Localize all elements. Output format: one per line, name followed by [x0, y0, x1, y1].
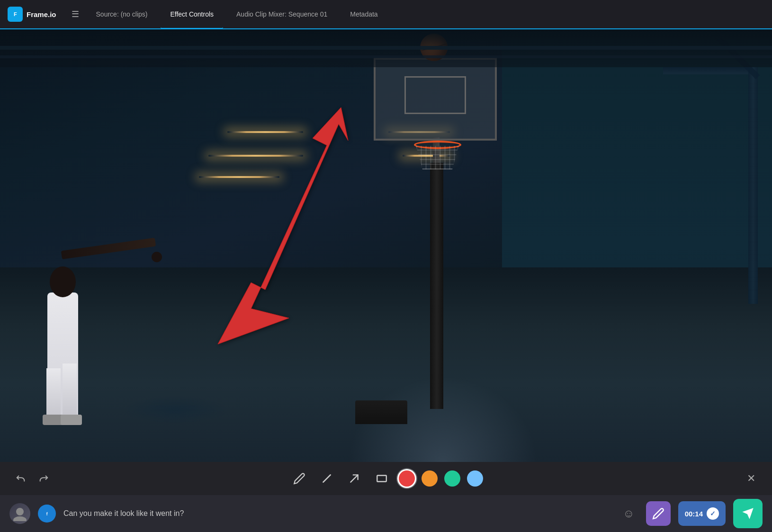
undo-redo-group	[11, 469, 53, 488]
comment-bar: f Can you make it look like it went in? …	[0, 495, 772, 532]
tab-bar: F Frame.io ☰ Source: (no clips) Effect C…	[0, 0, 772, 29]
brand-name: Frame.io	[27, 10, 56, 18]
pencil-tool[interactable]	[289, 468, 310, 489]
drawing-toolbar: ✕	[0, 462, 772, 495]
comment-text[interactable]: Can you make it look like it went in?	[63, 509, 612, 518]
light-strip-1	[227, 131, 303, 133]
color-red[interactable]	[399, 470, 415, 487]
color-blue[interactable]	[467, 470, 483, 487]
arm	[61, 238, 156, 259]
light-strip-2	[208, 155, 303, 157]
backboard	[374, 58, 497, 141]
pole-base	[355, 400, 407, 424]
tab-metadata[interactable]: Metadata	[341, 0, 387, 28]
send-button[interactable]	[733, 499, 763, 528]
backboard-inner	[404, 76, 466, 114]
tab-source[interactable]: Source: (no clips)	[87, 0, 157, 28]
close-button[interactable]: ✕	[742, 469, 761, 488]
backboard-assembly	[374, 58, 497, 141]
check-icon: ✓	[707, 507, 719, 520]
frameio-badge: f	[38, 505, 56, 523]
beam-vertical	[748, 67, 758, 304]
rectangle-tool[interactable]	[371, 468, 392, 489]
pen-tool[interactable]	[316, 468, 337, 489]
draw-tools-group	[289, 468, 483, 489]
hand	[151, 251, 163, 263]
floor-puddle	[123, 396, 227, 424]
video-scene	[0, 29, 772, 462]
ceiling-beam-h1	[0, 46, 772, 50]
pole	[430, 163, 443, 409]
emoji-button[interactable]: ☺	[619, 504, 638, 523]
tab-audio-clip-mixer[interactable]: Audio Clip Mixer: Sequence 01	[227, 0, 337, 28]
arrow-tool[interactable]	[344, 468, 365, 489]
frameio-logo: F	[8, 7, 23, 22]
brand-logo-area[interactable]: F Frame.io	[8, 7, 56, 22]
tab-effect-controls[interactable]: Effect Controls	[161, 0, 223, 29]
video-player[interactable]	[0, 29, 772, 462]
user-avatar	[9, 503, 30, 524]
menu-icon[interactable]: ☰	[68, 7, 83, 21]
undo-button[interactable]	[11, 469, 30, 488]
color-teal[interactable]	[444, 470, 460, 487]
person-silhouette	[24, 222, 109, 425]
structure-right	[592, 29, 772, 361]
svg-line-2	[350, 475, 358, 482]
svg-text:f: f	[46, 512, 48, 516]
timestamp-button[interactable]: 00:14 ✓	[678, 501, 726, 526]
svg-line-1	[323, 475, 330, 482]
video-frame	[0, 29, 772, 462]
head	[50, 266, 76, 297]
light-strip-3	[199, 176, 279, 178]
timestamp-value: 00:14	[685, 510, 703, 518]
close-group: ✕	[742, 469, 761, 488]
draw-button[interactable]	[646, 501, 671, 526]
svg-rect-3	[377, 476, 386, 482]
redo-button[interactable]	[34, 469, 53, 488]
color-orange[interactable]	[422, 470, 438, 487]
svg-point-4	[16, 508, 24, 515]
shoe-right	[61, 415, 82, 425]
svg-point-5	[13, 516, 27, 521]
ceiling-beam-h2	[0, 55, 772, 58]
beam-horizontal	[663, 67, 748, 74]
net	[416, 146, 459, 169]
